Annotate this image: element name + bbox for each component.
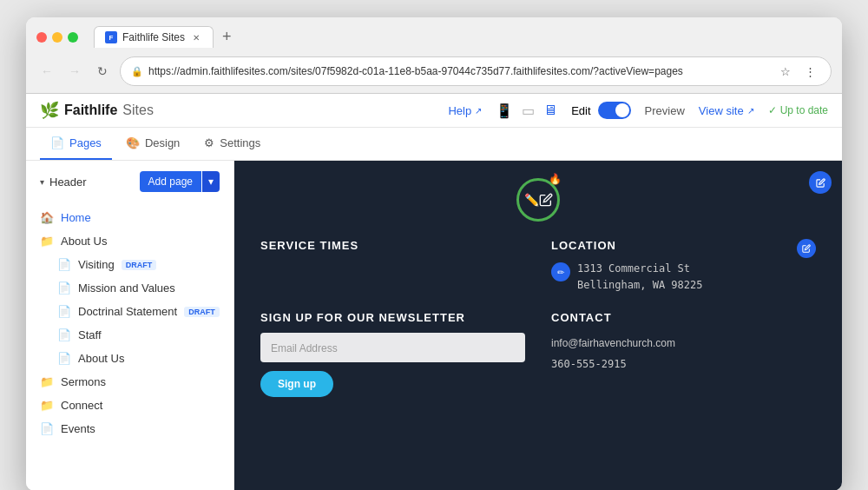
browser-titlebar: F Faithlife Sites ✕ + xyxy=(26,17,842,53)
back-button[interactable]: ← xyxy=(36,61,57,82)
sidebar-item-doctrinal[interactable]: 📄 Doctrinal Statement DRAFT xyxy=(26,300,233,323)
sidebar-item-about-us-folder[interactable]: 📁 About Us xyxy=(26,229,233,253)
tab-design[interactable]: 🎨 Design xyxy=(115,128,190,160)
url-text: https://admin.faithlifesites.com/sites/0… xyxy=(148,65,770,77)
chevron-down-icon: ▾ xyxy=(40,177,44,187)
lock-icon: 🔒 xyxy=(131,66,143,77)
sidebar-item-home[interactable]: 🏠 Home xyxy=(26,206,233,229)
logo-flame-icon: 🌿 xyxy=(40,101,59,120)
email-placeholder: Email Address xyxy=(271,342,338,354)
service-times-section: SERVICE TIMES xyxy=(260,239,525,294)
close-button[interactable] xyxy=(36,32,47,43)
church-logo: 🔥 xyxy=(516,178,560,222)
sidebar-nav: 🏠 Home 📁 About Us 📄 Visiting DRAFT xyxy=(26,202,233,444)
add-page-button[interactable]: Add page xyxy=(140,171,201,192)
page-icon-4: 📄 xyxy=(57,328,71,341)
location-section: LOCATION ✏ 1313 Commercial St Bellingham… xyxy=(551,239,816,294)
browser-tabs: F Faithlife Sites ✕ + xyxy=(94,26,237,48)
sidebar-item-about-us-folder-label: About Us xyxy=(61,235,107,248)
preview-button[interactable]: Preview xyxy=(645,104,685,117)
page-icon-5: 📄 xyxy=(57,352,71,365)
doctrinal-draft-badge: DRAFT xyxy=(184,307,220,317)
sidebar-item-doctrinal-label: Doctrinal Statement xyxy=(78,305,177,318)
edit-label: Edit xyxy=(571,104,590,117)
tablet-icon[interactable]: ▭ xyxy=(522,103,535,119)
more-icon[interactable]: ⋮ xyxy=(799,61,820,82)
design-tab-label: Design xyxy=(145,136,180,149)
pages-tab-icon: 📄 xyxy=(50,136,64,149)
location-street: 1313 Commercial St xyxy=(577,262,690,275)
reload-button[interactable]: ↻ xyxy=(92,61,113,82)
up-to-date-label: Up to date xyxy=(780,104,828,116)
sidebar-item-events[interactable]: 📄 Events xyxy=(26,417,233,440)
settings-tab-label: Settings xyxy=(220,136,260,149)
page-icon-6: 📄 xyxy=(40,422,54,435)
service-times-title: SERVICE TIMES xyxy=(260,239,525,252)
up-to-date-status: ✓ Up to date xyxy=(768,104,828,116)
caret-down-icon: ▾ xyxy=(208,175,214,188)
sidebar-item-staff[interactable]: 📄 Staff xyxy=(26,323,233,347)
minimize-button[interactable] xyxy=(52,32,62,43)
email-input-area[interactable]: Email Address xyxy=(260,333,525,362)
sidebar-item-mission[interactable]: 📄 Mission and Values xyxy=(26,276,233,300)
preview-area: 🔥 SERVICE TIMES xyxy=(234,161,842,490)
device-icons: 📱 ▭ 🖥 xyxy=(496,103,557,119)
signup-button[interactable]: Sign up xyxy=(260,371,333,397)
sidebar-item-sermons[interactable]: 📁 Sermons xyxy=(26,370,233,394)
sidebar-item-visiting-label: Visiting xyxy=(78,258,115,271)
bookmark-icon[interactable]: ☆ xyxy=(775,61,796,82)
sidebar: ▾ Header Add page ▾ � xyxy=(26,161,234,490)
new-tab-button[interactable]: + xyxy=(217,28,237,46)
contact-title: CONTACT xyxy=(551,311,816,324)
maximize-button[interactable] xyxy=(68,32,78,43)
sidebar-header: ▾ Header Add page ▾ xyxy=(26,161,233,202)
sidebar-item-mission-label: Mission and Values xyxy=(78,281,175,295)
tab-pages[interactable]: 📄 Pages xyxy=(40,128,112,160)
edit-toggle-switch[interactable] xyxy=(598,102,631,119)
sidebar-item-home-label: Home xyxy=(61,211,91,224)
home-icon: 🏠 xyxy=(40,211,54,224)
browser-chrome: F Faithlife Sites ✕ + ← → ↻ 🔒 https://ad… xyxy=(26,17,842,94)
sidebar-item-about-us-page[interactable]: 📄 About Us xyxy=(26,347,233,370)
folder-icon-2: 📁 xyxy=(40,375,54,388)
location-city: Bellingham, WA 98225 xyxy=(577,279,703,291)
sidebar-item-sermons-label: Sermons xyxy=(61,375,106,388)
design-tab-icon: 🎨 xyxy=(126,136,140,149)
preview-top-buttons xyxy=(809,171,832,194)
active-tab[interactable]: F Faithlife Sites ✕ xyxy=(94,26,214,48)
browser-window: F Faithlife Sites ✕ + ← → ↻ 🔒 https://ad… xyxy=(26,17,842,490)
toggle-knob xyxy=(615,103,629,117)
desktop-icon[interactable]: 🖥 xyxy=(543,103,557,118)
app-logo: 🌿 Faithlife Sites xyxy=(40,101,154,120)
contact-phone: 360-555-2915 xyxy=(551,354,816,374)
page-icon: 📄 xyxy=(57,258,71,271)
mobile-icon[interactable]: 📱 xyxy=(496,103,513,119)
location-content: ✏ 1313 Commercial St Bellingham, WA 9822… xyxy=(551,261,816,294)
preview-edit-button[interactable] xyxy=(809,171,832,194)
nav-tabs: 📄 Pages 🎨 Design ⚙ Settings xyxy=(26,128,842,161)
preview-logo-area: 🔥 xyxy=(234,161,842,222)
tab-label: Faithlife Sites xyxy=(122,31,185,43)
edit-toggle: Edit xyxy=(571,102,630,119)
logo-brand: Faithlife xyxy=(64,103,117,118)
view-site-link[interactable]: View site ↗ xyxy=(699,104,754,117)
forward-button[interactable]: → xyxy=(64,61,85,82)
add-page-button-group: Add page ▾ xyxy=(140,171,220,192)
newsletter-title: SIGN UP FOR OUR NEWSLETTER xyxy=(260,311,525,324)
location-address: 1313 Commercial St Bellingham, WA 98225 xyxy=(577,261,703,294)
sidebar-section-label: Header xyxy=(49,175,87,189)
address-bar[interactable]: 🔒 https://admin.faithlifesites.com/sites… xyxy=(120,56,832,86)
add-page-dropdown-button[interactable]: ▾ xyxy=(202,171,220,192)
tab-close-button[interactable]: ✕ xyxy=(190,31,202,43)
tab-settings[interactable]: ⚙ Settings xyxy=(194,128,271,160)
visiting-draft-badge: DRAFT xyxy=(122,260,157,270)
sidebar-item-connect[interactable]: 📁 Connect xyxy=(26,394,233,417)
folder-icon: 📁 xyxy=(40,235,54,248)
location-edit-button[interactable] xyxy=(797,239,816,258)
sidebar-item-about-us-label: About Us xyxy=(78,352,124,365)
help-link[interactable]: Help ↗ xyxy=(448,104,482,117)
app-content: 🌿 Faithlife Sites Help ↗ 📱 ▭ 🖥 Edit xyxy=(26,94,842,490)
view-site-label: View site xyxy=(699,104,744,117)
sidebar-item-events-label: Events xyxy=(61,422,95,435)
sidebar-item-visiting[interactable]: 📄 Visiting DRAFT xyxy=(26,253,233,276)
